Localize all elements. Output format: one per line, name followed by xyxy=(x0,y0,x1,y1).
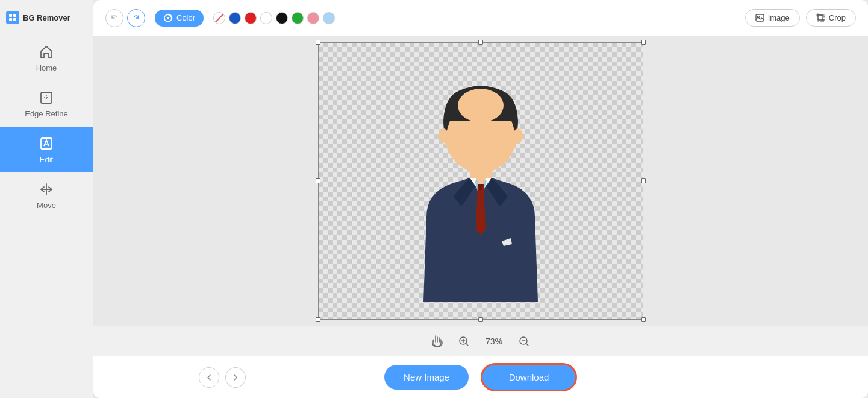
logo-icon xyxy=(6,11,19,24)
handle-bottom-right[interactable] xyxy=(641,317,646,322)
svg-point-14 xyxy=(439,128,448,143)
handle-middle-left[interactable] xyxy=(316,178,320,183)
app-logo: BG Remover xyxy=(0,6,76,29)
svg-rect-2 xyxy=(9,18,12,21)
svg-point-7 xyxy=(167,17,169,19)
zoom-level: 73% xyxy=(482,336,506,346)
home-icon xyxy=(38,43,55,60)
handle-bottom-center[interactable] xyxy=(478,317,483,322)
canvas-wrapper xyxy=(318,42,643,320)
sidebar-item-edge-refine[interactable]: Edge Refine xyxy=(0,81,93,127)
image-icon xyxy=(755,13,764,22)
handle-bottom-left[interactable] xyxy=(316,317,320,322)
swatch-none[interactable] xyxy=(213,12,225,24)
undo-button[interactable] xyxy=(105,9,123,27)
download-button[interactable]: Download xyxy=(481,363,577,391)
zoom-out-icon[interactable] xyxy=(516,333,532,350)
image-btn-label: Image xyxy=(768,13,790,22)
sidebar-item-home[interactable]: Home xyxy=(0,35,93,81)
app-name: BG Remover xyxy=(23,13,70,22)
sidebar-item-move-label: Move xyxy=(37,201,56,210)
color-wheel-icon xyxy=(163,13,173,23)
redo-button[interactable] xyxy=(127,9,145,27)
sidebar: BG Remover Home Edge Refine Edit Move xyxy=(0,0,93,398)
swatch-green[interactable] xyxy=(292,12,304,24)
edit-icon xyxy=(38,135,55,152)
toolbar-right: Image Crop xyxy=(745,9,856,27)
sidebar-item-edit[interactable]: Edit xyxy=(0,127,93,172)
sidebar-item-home-label: Home xyxy=(36,63,57,72)
handle-top-center[interactable] xyxy=(478,40,483,45)
color-button[interactable]: Color xyxy=(155,10,204,27)
handle-middle-right[interactable] xyxy=(641,178,646,183)
handle-top-right[interactable] xyxy=(641,40,646,45)
crop-btn-label: Crop xyxy=(829,13,846,22)
swatch-white[interactable] xyxy=(260,12,272,24)
color-swatches xyxy=(213,12,335,24)
toolbar: Color Image xyxy=(93,0,868,36)
color-btn-label: Color xyxy=(176,13,195,22)
new-image-label: New Image xyxy=(404,372,449,382)
swatch-red[interactable] xyxy=(245,12,257,24)
svg-point-12 xyxy=(458,89,504,122)
edge-refine-icon xyxy=(38,89,55,106)
swatch-light-blue[interactable] xyxy=(323,12,335,24)
next-button[interactable] xyxy=(225,367,246,388)
sidebar-item-move[interactable]: Move xyxy=(0,172,93,218)
svg-rect-0 xyxy=(9,14,12,17)
new-image-button[interactable]: New Image xyxy=(384,365,469,390)
swatch-black[interactable] xyxy=(276,12,288,24)
svg-rect-1 xyxy=(13,14,16,17)
main-panel: Color Image xyxy=(93,0,868,398)
toolbar-nav xyxy=(105,9,145,27)
crop-icon xyxy=(816,13,825,22)
action-bar: New Image Download xyxy=(93,356,868,398)
person-figure xyxy=(390,72,571,302)
canvas-area xyxy=(93,36,868,326)
swatch-pink[interactable] xyxy=(307,12,319,24)
swatch-blue[interactable] xyxy=(229,12,241,24)
prev-button[interactable] xyxy=(199,367,219,388)
svg-rect-3 xyxy=(13,18,16,21)
download-label: Download xyxy=(509,372,549,382)
sidebar-item-edit-label: Edit xyxy=(40,155,53,164)
handle-top-left[interactable] xyxy=(316,40,320,45)
zoom-in-icon[interactable] xyxy=(455,333,472,350)
move-icon xyxy=(38,181,55,198)
sidebar-item-edge-refine-label: Edge Refine xyxy=(25,109,68,118)
svg-point-15 xyxy=(513,128,523,143)
crop-button[interactable]: Crop xyxy=(806,9,856,27)
action-nav xyxy=(199,367,246,388)
pan-tool-icon[interactable] xyxy=(429,333,446,350)
image-button[interactable]: Image xyxy=(745,9,800,27)
zoom-bar: 73% xyxy=(93,326,868,356)
